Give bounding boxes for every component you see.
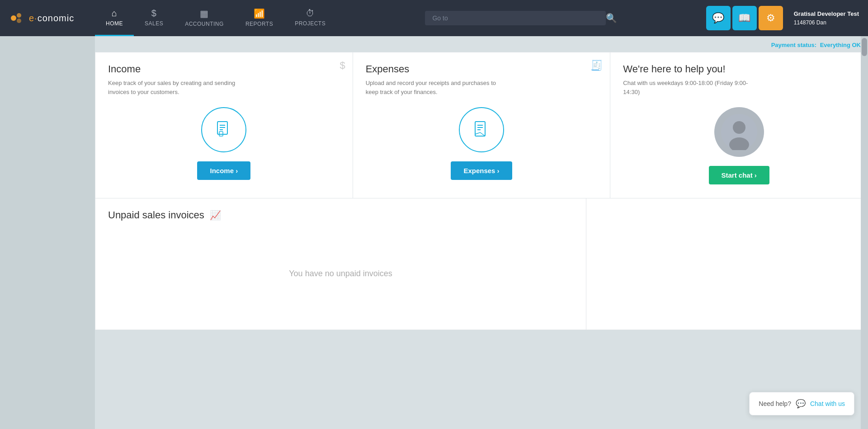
nav-item-reports[interactable]: 📶 REPORTS: [235, 0, 284, 36]
help-title: We're here to help you!: [623, 63, 855, 75]
start-chat-button[interactable]: Start chat ›: [709, 166, 769, 184]
cards-row: $ Income Keep track of your sales by cre…: [95, 52, 868, 198]
bubble-chat-icon: 💬: [796, 399, 806, 409]
logo-text: e·conomic: [29, 13, 74, 24]
sidebar-area: [0, 36, 95, 429]
income-card-center: Income ›: [108, 107, 340, 180]
scrollbar[interactable]: [861, 36, 868, 429]
income-card: $ Income Keep track of your sales by cre…: [95, 52, 353, 198]
logo-icon: [9, 10, 25, 26]
income-circle-icon: [201, 107, 246, 152]
scroll-thumb[interactable]: [862, 38, 867, 56]
support-avatar: [714, 107, 764, 157]
reports-icon: 📶: [254, 8, 265, 19]
home-icon: ⌂: [112, 8, 118, 19]
logo[interactable]: e·conomic: [0, 10, 95, 26]
nav-right-icons: 💬 📖 ⚙: [706, 6, 785, 30]
help-card: We're here to help you! Chat with us wee…: [610, 52, 868, 198]
user-area: Gratisal Developer Test 1148706 Dan: [785, 9, 868, 27]
income-desc: Keep track of your sales by creating and…: [108, 79, 244, 96]
expenses-desc: Upload and record your receipts and purc…: [366, 79, 501, 96]
search-area: 🔍: [336, 11, 706, 25]
nav-label-sales: SALES: [145, 20, 163, 27]
dollar-icon: $: [151, 8, 157, 19]
nav-label-projects: PROJECTS: [295, 20, 326, 27]
expenses-icon: [472, 120, 491, 140]
svg-point-2: [17, 19, 21, 23]
main-content: Payment status: Everything OK $ Income K…: [95, 36, 868, 429]
bottom-right-card: [586, 198, 868, 330]
svg-point-13: [733, 121, 745, 134]
unpaid-invoices-card: Unpaid sales invoices 📈 You have no unpa…: [95, 198, 586, 330]
unpaid-invoices-title: Unpaid sales invoices 📈: [108, 209, 573, 221]
help-bubble-label: Need help?: [759, 400, 791, 407]
nav-label-reports: REPORTS: [245, 21, 273, 27]
svg-point-0: [11, 15, 16, 21]
svg-point-1: [17, 13, 21, 18]
payment-status-bar: Payment status: Everything OK: [95, 36, 868, 52]
avatar-image: [721, 114, 757, 150]
nav-item-home[interactable]: ⌂ HOME: [95, 0, 134, 36]
gear-icon-button[interactable]: ⚙: [759, 6, 783, 30]
bottom-row: Unpaid sales invoices 📈 You have no unpa…: [95, 198, 868, 330]
nav-label-accounting: ACCOUNTING: [185, 21, 224, 27]
chat-icon-button[interactable]: 💬: [706, 6, 731, 30]
nav-item-sales[interactable]: $ SALES: [134, 0, 174, 36]
unpaid-invoices-title-text: Unpaid sales invoices: [108, 209, 204, 221]
expenses-card: 🧾 Expenses Upload and record your receip…: [353, 52, 611, 198]
help-bubble: Need help? 💬 Chat with us: [749, 392, 854, 415]
income-button[interactable]: Income ›: [197, 161, 250, 180]
nav-item-accounting[interactable]: ▦ ACCOUNTING: [174, 0, 235, 36]
user-account: 1148706 Dan: [794, 19, 859, 27]
navbar: e·conomic ⌂ HOME $ SALES ▦ ACCOUNTING 📶 …: [0, 0, 868, 36]
help-desc: Chat with us weekdays 9:00-18:00 (Friday…: [623, 79, 759, 96]
income-title: Income: [108, 63, 340, 75]
receipt-bg-icon: 🧾: [590, 60, 603, 71]
projects-icon: ⏱: [306, 8, 315, 19]
book-icon-button[interactable]: 📖: [732, 6, 757, 30]
accounting-icon: ▦: [200, 8, 209, 19]
chart-icon: 📈: [210, 210, 221, 221]
expenses-card-center: Expenses ›: [366, 107, 598, 180]
search-input[interactable]: [425, 11, 606, 25]
chat-with-us-link[interactable]: Chat with us: [810, 400, 845, 407]
user-company: Gratisal Developer Test: [794, 9, 859, 19]
expenses-circle-icon: [459, 107, 504, 152]
expenses-title: Expenses: [366, 63, 598, 75]
payment-status-label: Payment status:: [771, 42, 816, 48]
expenses-button[interactable]: Expenses ›: [451, 161, 512, 180]
help-card-center: Start chat ›: [623, 107, 855, 184]
payment-status-value: Everything OK: [820, 42, 861, 48]
nav-items: ⌂ HOME $ SALES ▦ ACCOUNTING 📶 REPORTS ⏱ …: [95, 0, 336, 36]
no-invoices-message: You have no unpaid invoices: [108, 228, 573, 319]
dollar-bg-icon: $: [340, 60, 345, 71]
invoice-icon: [214, 120, 234, 140]
nav-label-home: HOME: [106, 20, 123, 27]
nav-item-projects[interactable]: ⏱ PROJECTS: [284, 0, 336, 36]
search-button[interactable]: 🔍: [606, 13, 617, 24]
